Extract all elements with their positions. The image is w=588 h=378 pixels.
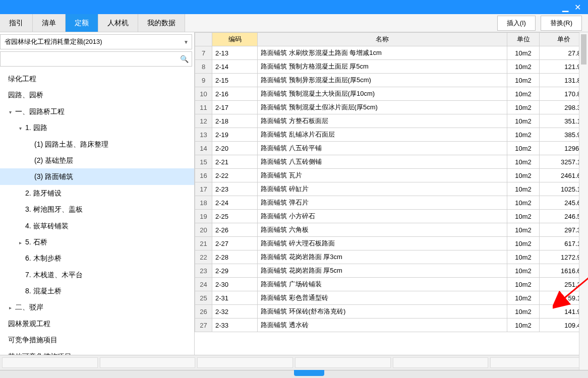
tree-item-17[interactable]: 其他可竞争措施项目 [0,348,194,355]
cell-unit: 10m2 [507,250,540,264]
tree-item-label: (1) 园路土基、路床整理 [34,140,108,148]
tree-item-11[interactable]: 6. 木制步桥 [0,250,194,266]
cell-rownum: 9 [195,74,212,87]
cell-unit: 10m2 [507,291,540,305]
tree-item-label: 1. 园路 [25,123,47,132]
tree-item-label: 可竞争措施项目 [8,336,57,344]
tree-toggle-icon: ▾ [19,124,25,133]
tree-item-0[interactable]: 绿化工程 [0,71,194,87]
table-row[interactable]: 82-14路面铺筑 预制方格混凝土面层 厚5cm10m2121.99 [195,60,588,74]
table-row[interactable]: 222-28路面铺筑 花岗岩路面 厚3cm10m21272.95 [195,250,588,264]
insert-button[interactable]: 插入(I) [497,16,536,31]
table-row[interactable]: 192-25路面铺筑 小方碎石10m2246.55 [195,210,588,223]
cell-code: 2-30 [212,278,258,291]
tree-item-label: 二、驳岸 [15,303,43,311]
cell-name: 路面铺筑 预制混凝土假冰片面层(厚5cm) [258,101,507,114]
cell-code: 2-19 [212,128,258,142]
table-row[interactable]: 252-31路面铺筑 彩色普通型砖10m259.11 [195,291,588,305]
col-header-unit[interactable]: 单位 [507,33,540,46]
cell-rownum: 16 [195,169,212,182]
table-row[interactable]: 232-29路面铺筑 花岗岩路面 厚5cm10m21616.69 [195,264,588,278]
tree-item-3[interactable]: ▾1. 园路 [0,119,194,136]
cell-rownum: 20 [195,223,212,237]
col-header-name[interactable]: 名称 [258,33,507,46]
tree-item-6[interactable]: (3) 路面铺筑 [0,168,194,184]
cell-rownum: 7 [195,46,212,60]
table-row[interactable]: 122-18路面铺筑 方整石板面层10m2351.13 [195,114,588,128]
outer-scrollbar[interactable] [579,32,588,370]
tree-item-12[interactable]: 7. 木栈道、木平台 [0,267,194,283]
cell-unit: 10m2 [507,74,540,87]
tree-item-1[interactable]: 园路、园桥 [0,87,194,103]
cell-code: 2-13 [212,46,258,60]
tree-item-15[interactable]: 园林景观工程 [0,316,194,332]
bottom-bar [0,355,588,370]
table-row[interactable]: 92-15路面铺筑 预制异形混凝土面层(厚5cm)10m2131.89 [195,74,588,87]
tree-item-4[interactable]: (1) 园路土基、路床整理 [0,136,194,152]
table-row[interactable]: 132-19路面铺筑 乱铺冰片石面层10m2385.92 [195,128,588,142]
tree-item-7[interactable]: 2. 路牙铺设 [0,185,194,201]
cell-unit: 10m2 [507,182,540,196]
cell-code: 2-17 [212,101,258,114]
tab-1[interactable]: 清单 [33,14,66,32]
cell-code: 2-32 [212,305,258,319]
cell-unit: 10m2 [507,87,540,101]
table-row[interactable]: 212-27路面铺筑 碎大理石板路面10m2617.18 [195,237,588,250]
cell-name: 路面铺筑 水刷纹形混凝土路面 每增减1cm [258,46,507,60]
norm-dropdown[interactable]: 省园林绿化工程消耗量定额(2013) ▼ [0,34,192,49]
table-row[interactable]: 202-26路面铺筑 六角板10m2297.37 [195,223,588,237]
tab-4[interactable]: 我的数据 [138,14,185,32]
cell-code: 2-24 [212,196,258,210]
search-icon: 🔍 [180,55,189,63]
tab-2[interactable]: 定额 [66,14,98,32]
tab-3[interactable]: 人材机 [98,14,138,32]
search-input[interactable]: 🔍 [0,51,192,67]
table-row[interactable]: 112-17路面铺筑 预制混凝土假冰片面层(厚5cm)10m2298.34 [195,101,588,114]
close-button[interactable]: ✕ [571,3,584,12]
table-row[interactable]: 72-13路面铺筑 水刷纹形混凝土路面 每增减1cm10m227.85 [195,46,588,60]
cell-rownum: 19 [195,210,212,223]
cell-unit: 10m2 [507,210,540,223]
cell-rownum: 18 [195,196,212,210]
tree-item-14[interactable]: ▸二、驳岸 [0,299,194,315]
tree-item-2[interactable]: ▾一、园路桥工程 [0,103,194,119]
table-row[interactable]: 102-16路面铺筑 预制混凝土大块面层(厚10cm)10m2170.81 [195,87,588,101]
data-grid: 编码 名称 单位 单价 72-13路面铺筑 水刷纹形混凝土路面 每增减1cm10… [195,32,588,332]
tree-item-5[interactable]: (2) 基础垫层 [0,152,194,168]
tab-group: 指引清单定额人材机我的数据 [0,14,185,32]
table-row[interactable]: 242-30路面铺筑 广场砖铺装10m2251.28 [195,278,588,291]
tree-item-13[interactable]: 8. 混凝土桥 [0,283,194,299]
cell-rownum: 14 [195,142,212,155]
col-header-rownum[interactable] [195,33,212,46]
table-row[interactable]: 152-21路面铺筑 八五砖侧铺10m23257.12 [195,155,588,169]
grid-scroll[interactable]: 编码 名称 单位 单价 72-13路面铺筑 水刷纹形混凝土路面 每增减1cm10… [195,32,588,355]
table-row[interactable]: 162-22路面铺筑 瓦片10m22461.67 [195,169,588,182]
tab-0[interactable]: 指引 [0,14,33,32]
cell-unit: 10m2 [507,319,540,332]
cell-rownum: 17 [195,182,212,196]
tree-item-16[interactable]: 可竞争措施项目 [0,332,194,348]
outer-scrollbar-thumb[interactable] [581,34,586,65]
minimize-button[interactable]: ▁ [559,3,571,12]
tree-item-9[interactable]: 4. 嵌草砖铺装 [0,218,194,234]
table-row[interactable]: 262-32路面铺筑 环保砖(舒布洛克砖)10m2141.93 [195,305,588,319]
main-area: 省园林绿化工程消耗量定额(2013) ▼ 🔍 绿化工程园路、园桥▾一、园路桥工程… [0,32,588,355]
table-row[interactable]: 182-24路面铺筑 弹石片10m2245.66 [195,196,588,210]
cell-unit: 10m2 [507,128,540,142]
table-row[interactable]: 142-20路面铺筑 八五砖平铺10m21296.1 [195,142,588,155]
tree-item-label: (2) 基础垫层 [34,156,73,164]
cell-code: 2-33 [212,319,258,332]
cell-unit: 10m2 [507,237,540,250]
table-row[interactable]: 172-23路面铺筑 碎缸片10m21025.14 [195,182,588,196]
cell-code: 2-22 [212,169,258,182]
col-header-code[interactable]: 编码 [212,33,258,46]
table-row[interactable]: 272-33路面铺筑 透水砖10m2109.47 [195,319,588,332]
tree-item-8[interactable]: 3. 树池围牙、盖板 [0,201,194,217]
tree-item-label: 5. 石桥 [25,238,47,246]
replace-button[interactable]: 替换(R) [541,16,582,31]
cell-name: 路面铺筑 广场砖铺装 [258,278,507,291]
cell-unit: 10m2 [507,155,540,169]
cell-name: 路面铺筑 方整石板面层 [258,114,507,128]
tree-item-10[interactable]: ▸5. 石桥 [0,234,194,250]
cell-rownum: 11 [195,101,212,114]
